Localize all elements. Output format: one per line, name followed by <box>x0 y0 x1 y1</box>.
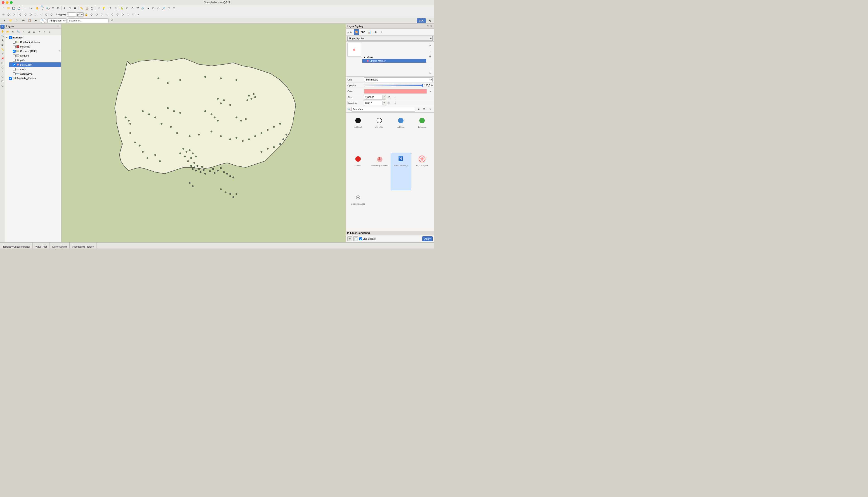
snap-btn4[interactable]: ⬡ <box>100 12 104 17</box>
log-toggle-btn[interactable]: 📋 <box>27 18 32 23</box>
module8-checkbox[interactable] <box>9 36 12 39</box>
region-select[interactable]: Philippines <box>47 18 67 23</box>
layer-properties-btn[interactable]: ⚙ <box>11 29 16 34</box>
refresh-button[interactable]: ↺ <box>96 6 101 11</box>
legend-toggle-btn[interactable]: ⬡ <box>14 18 19 23</box>
opacity-slider[interactable] <box>364 85 423 86</box>
3d-tab[interactable]: 3D <box>373 29 378 35</box>
zoom-full-button[interactable]: ⊡ <box>50 6 55 11</box>
digitize-btn4[interactable]: ⬡ <box>23 12 28 17</box>
rotation-unit-btn[interactable]: ⊡ <box>387 101 392 105</box>
symbol-dot-blue[interactable]: dot blue <box>391 114 411 152</box>
digitize-btn8[interactable]: ⬡ <box>44 12 49 17</box>
symbol-dot-red[interactable]: dot red <box>348 153 368 190</box>
overview-toggle-btn[interactable]: 🗺 <box>21 18 26 23</box>
plugin-btn5[interactable]: ☁ <box>146 6 150 11</box>
layer-group-module8[interactable]: ▼ module8 <box>5 35 61 40</box>
tips-button[interactable]: 💡 <box>101 6 106 11</box>
size-expr-btn[interactable]: ε <box>393 95 397 100</box>
rotation-input[interactable] <box>364 101 382 105</box>
snap-btn2[interactable]: ⬡ <box>89 12 94 17</box>
move-layer-down-btn[interactable]: ↓ <box>428 65 433 70</box>
value-tool-tab[interactable]: Value Tool <box>32 243 49 248</box>
size-up-btn[interactable]: ▲ <box>382 95 386 97</box>
snap-btn11[interactable]: + <box>136 12 141 17</box>
move-up-btn[interactable]: ↑ <box>42 29 47 34</box>
symbol-type-select[interactable]: Single Symbol <box>347 36 433 41</box>
symbol-effect-drop[interactable]: ✳ effect drop shadow <box>369 153 389 190</box>
deselect-button[interactable]: ⬢ <box>73 6 77 11</box>
layer-roads[interactable]: ▶ roads <box>9 67 61 71</box>
layer-styling-tab[interactable]: Layer Styling <box>50 243 70 248</box>
pan-button[interactable]: ✋ <box>35 6 40 11</box>
plugin-btn1[interactable]: ⬡ <box>125 6 130 11</box>
plugin-btn4[interactable]: 🔗 <box>140 6 145 11</box>
history-style-btn[interactable]: 🕐 <box>353 236 358 241</box>
snap-btn9[interactable]: ⬡ <box>126 12 130 17</box>
plugin-btn9[interactable]: ⬡ <box>167 6 171 11</box>
roads-checkbox[interactable] <box>13 68 16 71</box>
pofw-checkbox[interactable] <box>13 59 16 62</box>
waterways-checkbox[interactable] <box>13 72 16 75</box>
styling-dock-btn[interactable]: ⊡ <box>426 25 429 28</box>
tool-identify[interactable]: ℹ <box>0 38 4 42</box>
remove-layer-btn2[interactable]: - <box>428 48 433 53</box>
layers-toggle-btn[interactable]: ⊞ <box>2 18 7 23</box>
layer-info-tab[interactable]: ℹ <box>379 29 385 35</box>
rajshahi-districts-checkbox[interactable] <box>13 41 16 44</box>
tool-canvas[interactable]: ⬡ <box>0 61 4 65</box>
landuse-checkbox[interactable] <box>13 54 16 57</box>
tool-pin[interactable]: 📌 <box>0 56 4 60</box>
browser-toggle-btn[interactable]: 📁 <box>8 18 13 23</box>
symbol-dot-white[interactable]: dot white <box>369 114 389 152</box>
digitize-btn2[interactable]: ⬡ <box>11 12 16 17</box>
layer-waterways[interactable]: ▶ waterways <box>9 71 61 76</box>
size-input[interactable] <box>364 95 382 99</box>
snap-btn3[interactable]: ⬡ <box>94 12 99 17</box>
search-circle-btn[interactable]: 🔍 <box>40 18 46 23</box>
tool-select[interactable]: ▣ <box>0 43 4 47</box>
plugin-btn8[interactable]: 🔎 <box>161 6 166 11</box>
digitize-btn3[interactable]: ⬡ <box>18 12 23 17</box>
styling-close-btn[interactable]: ✕ <box>430 25 433 28</box>
measure-button[interactable]: 📏 <box>79 6 84 11</box>
zoom-out-button[interactable]: 🔍- <box>45 6 50 11</box>
digitize-btn1[interactable]: ⬡ <box>6 12 11 17</box>
move-down-btn[interactable]: ↓ <box>47 29 52 34</box>
field-calc-button[interactable]: ∑ <box>89 6 95 11</box>
layer-buildings[interactable]: ▶ buildings <box>9 44 61 49</box>
zoom-in-button[interactable]: 🔍+ <box>40 6 45 11</box>
undo-history-btn[interactable]: ↩ <box>33 18 39 23</box>
edit-pencil-button[interactable]: ✏ <box>1 12 6 17</box>
add-layer-btn[interactable]: + <box>428 43 433 48</box>
undo-style-btn[interactable]: ↩ <box>347 236 352 241</box>
move-layer-up-btn[interactable]: ↑ <box>428 59 433 64</box>
snapping-value-input[interactable] <box>67 12 76 16</box>
zoom-selection-button[interactable]: ⊞ <box>56 6 61 11</box>
layer-landuse[interactable]: ▶ landuse <box>9 53 61 58</box>
tool-zoom[interactable]: 🔍 <box>0 34 4 38</box>
collapse-all-btn[interactable]: ⊟ <box>26 29 31 34</box>
layer-pois[interactable]: ▶ pois [1250] <box>9 62 61 67</box>
redo-button[interactable]: ↪ <box>28 6 33 11</box>
save-button[interactable]: 💾 <box>11 6 16 11</box>
plugin-btn10[interactable]: ⬡ <box>172 6 176 11</box>
minimize-button[interactable] <box>6 1 9 4</box>
open-project-button[interactable]: 📁 <box>6 6 11 11</box>
python-button[interactable]: 🐍 <box>119 6 125 11</box>
snap-btn10[interactable]: ⬡ <box>131 12 136 17</box>
symbol-dot-black[interactable]: dot black <box>348 114 368 152</box>
identify-button[interactable]: ℹ <box>62 6 67 11</box>
simple-marker-tree-item[interactable]: Simple Marker <box>362 59 426 62</box>
edc-button[interactable]: EDC <box>417 18 426 23</box>
marker-tree-item[interactable]: ▼ Marker <box>362 55 426 59</box>
snap-btn6[interactable]: ⬡ <box>110 12 115 17</box>
layer-rajshahi-districts[interactable]: ▶ Rajshahi_districts <box>9 40 61 44</box>
rotation-down-btn[interactable]: ▼ <box>382 103 386 105</box>
buildings-checkbox[interactable] <box>13 45 16 48</box>
filter-layer-btn[interactable]: 🔧 <box>16 29 21 34</box>
layers-panel-close[interactable]: ✕ <box>57 25 60 28</box>
tool-3d[interactable]: ⬡ <box>0 65 4 69</box>
select-button[interactable]: ⬡ <box>67 6 72 11</box>
attribute-table-button[interactable]: 📋 <box>84 6 89 11</box>
